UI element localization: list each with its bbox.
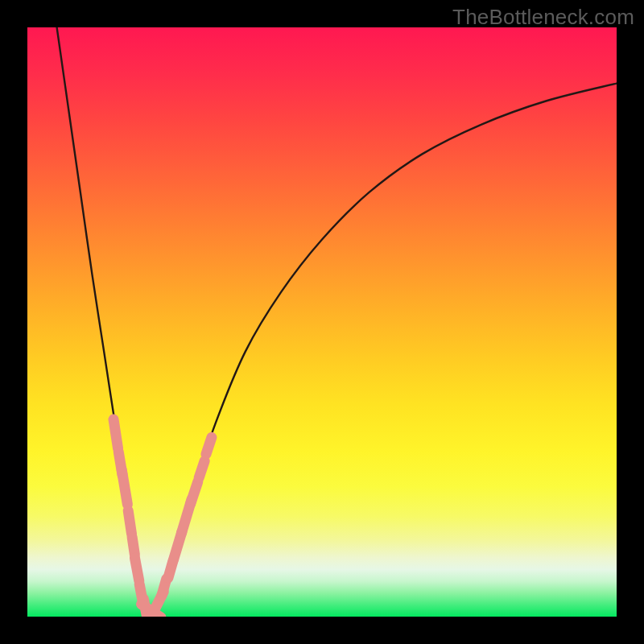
marker-group (114, 419, 212, 617)
curve-marker (128, 510, 131, 534)
bottleneck-curve-path (57, 27, 617, 613)
curve-marker (199, 461, 204, 478)
curve-layer (27, 27, 617, 617)
curve-marker (134, 558, 138, 581)
curve-marker (122, 469, 127, 504)
curve-marker (132, 537, 134, 555)
curve-marker (206, 437, 212, 454)
curve-marker (191, 481, 198, 504)
bottleneck-curve (57, 27, 617, 613)
plot-area (27, 27, 617, 617)
curve-marker (114, 419, 118, 448)
chart-frame: TheBottleneck.com (0, 0, 644, 644)
watermark-text: TheBottleneck.com (452, 5, 634, 30)
